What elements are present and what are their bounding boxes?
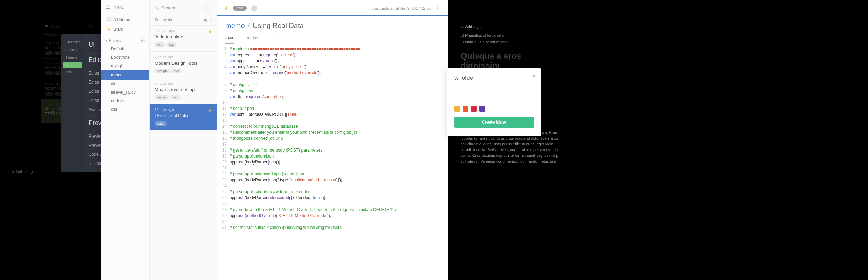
settings-tab-storages[interactable]: Storages	[61, 38, 83, 46]
close-icon[interactable]: ×	[532, 72, 536, 80]
color-swatches	[454, 106, 534, 112]
more-menu-icon[interactable]	[435, 5, 441, 12]
sidebar-item-nodeJs[interactable]: nodeJs	[101, 97, 149, 105]
grid-view-icon[interactable]: ▦	[204, 18, 207, 22]
note-item[interactable]: ★an hours agoJade templatewiptag	[150, 25, 217, 51]
color-swatch[interactable]	[463, 106, 468, 112]
checklist-item: Nam quis bibendum odio.	[461, 39, 545, 46]
sidebar-starred[interactable]: ★ Stard	[101, 24, 149, 34]
settings-tab-theme[interactable]: Theme	[61, 54, 83, 61]
color-swatch[interactable]	[479, 106, 485, 112]
settings-tab-info[interactable]: Info	[61, 68, 83, 76]
add-storage-btn: Add storage	[11, 170, 35, 174]
star-icon: ★	[208, 29, 212, 34]
note-item[interactable]: 2 hours agoModern Design Toolsdesigntool	[150, 51, 217, 78]
add-tab-button[interactable]: +	[271, 35, 273, 41]
add-folder-button[interactable]: +	[140, 38, 145, 43]
menu-button[interactable]: Menu	[101, 0, 149, 15]
settings-tab-ui[interactable]: UI	[63, 62, 82, 68]
note-folder[interactable]: memo	[225, 22, 245, 29]
sidebar-item-mysql[interactable]: mysql	[101, 62, 149, 70]
right-panel: Add tag… Phasellus id tortor odio. Nam q…	[447, 0, 549, 280]
menu-label: Menu	[114, 5, 124, 10]
chevron-down-icon	[106, 38, 109, 42]
note-item[interactable]: ★12 days agoUsing Real Datadata	[150, 104, 217, 130]
new-folder-modal: w folder × Create folder	[447, 68, 541, 136]
code-editor[interactable]: 1// modules ============================…	[217, 44, 448, 280]
search-icon: 🔍	[45, 24, 49, 28]
sidebar: Menu 📄 All Notes ★ Stard Project + Defau…	[101, 0, 150, 280]
color-swatch[interactable]	[471, 106, 477, 112]
sidebar-item-Boostnote[interactable]: Boostnote	[101, 53, 149, 62]
list-view-icon[interactable]: ≡	[210, 18, 212, 22]
main-window: Menu 📄 All Notes ★ Stard Project + Defau…	[101, 0, 448, 280]
color-swatch[interactable]	[454, 106, 460, 112]
add-tag-input: Add tag…	[461, 22, 545, 32]
notes-icon: 📄	[107, 17, 111, 22]
add-tag-button[interactable]: +	[251, 5, 257, 12]
editor: ★ data + Last updated at Jan.9, 2017 12:…	[217, 0, 448, 280]
star-icon: ★	[107, 27, 111, 32]
note-title: memo / Using Real Data	[217, 16, 448, 33]
modal-title: w folder	[454, 75, 534, 82]
sort-label[interactable]: Sort by date	[155, 18, 175, 22]
sidebar-item-Default[interactable]: Default	[101, 45, 149, 53]
editor-topbar: ★ data + Last updated at Jan.9, 2017 12:…	[217, 0, 448, 16]
hamburger-icon	[106, 5, 111, 10]
sidebar-item-git[interactable]: git	[101, 80, 149, 88]
sidebar-item-css[interactable]: css	[101, 105, 149, 113]
note-item[interactable]: 3 hours agoMean server settingservertag	[150, 78, 217, 104]
editor-tabs: mainmodule +	[217, 33, 448, 44]
editor-tab-module[interactable]: module	[246, 33, 259, 44]
settings-tab-hotkey[interactable]: Hotkey	[61, 46, 83, 54]
sidebar-project-section[interactable]: Project +	[101, 34, 149, 45]
create-folder-button[interactable]: Create folder	[454, 117, 534, 128]
editor-tab-main[interactable]: main	[225, 33, 234, 44]
sidebar-item-memo[interactable]: memo	[101, 70, 149, 80]
star-icon[interactable]: ★	[224, 5, 229, 12]
search-input[interactable]: Search	[155, 6, 175, 10]
star-icon: ★	[208, 108, 212, 113]
note-name[interactable]: Using Real Data	[253, 22, 304, 29]
note-list: Search + Sort by date ▦ ≡ ★an hours agoJ…	[150, 0, 217, 280]
add-note-button[interactable]: +	[204, 4, 212, 12]
sidebar-item-laravel_study[interactable]: laravel_study	[101, 88, 149, 97]
sidebar-allnotes[interactable]: 📄 All Notes	[101, 15, 149, 24]
doc-heading: Quisque a eros dignissim	[461, 51, 545, 71]
note-tag[interactable]: data	[233, 6, 247, 11]
updated-label: Last updated at Jan.9, 2017 12:00	[372, 6, 431, 10]
checklist-item: Phasellus id tortor odio.	[461, 32, 545, 39]
